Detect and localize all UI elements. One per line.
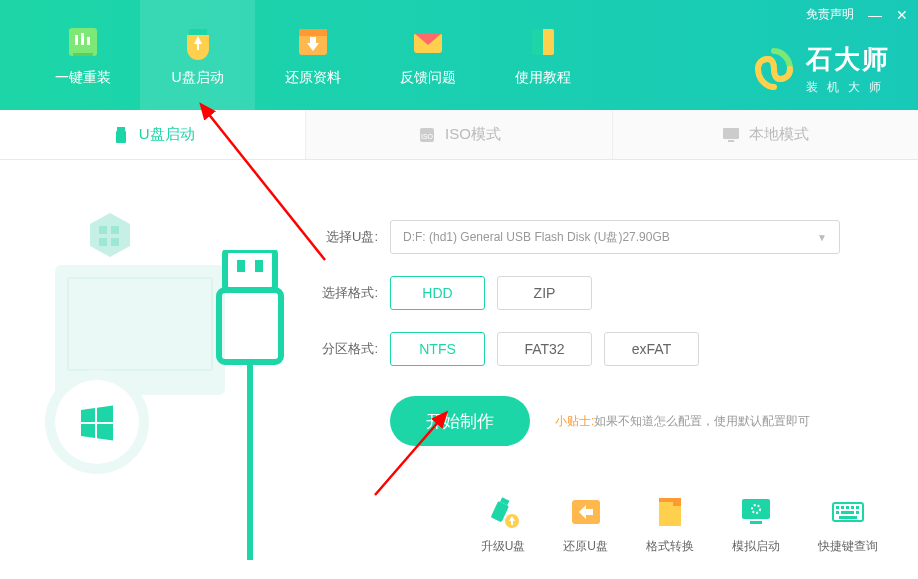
svg-text:ISO: ISO xyxy=(421,133,434,140)
usb-select[interactable]: D:F: (hd1) General USB Flash Disk (U盘)27… xyxy=(390,220,840,254)
nav-restore[interactable]: 还原资料 xyxy=(255,0,370,110)
tab-label: U盘启动 xyxy=(139,125,195,144)
partition-label: 分区格式: xyxy=(315,340,390,358)
nav-reinstall[interactable]: 一键重装 xyxy=(25,0,140,110)
usb-cable-icon xyxy=(205,250,295,560)
tab-local[interactable]: 本地模式 xyxy=(613,110,918,159)
svg-rect-50 xyxy=(856,511,859,514)
tab-label: 本地模式 xyxy=(749,125,809,144)
hint-text: 如果不知道怎么配置，使用默认配置即可 xyxy=(594,414,810,428)
nav-feedback[interactable]: 反馈问题 xyxy=(370,0,485,110)
tabs: U盘启动 ISO ISO模式 本地模式 xyxy=(0,110,918,160)
tool-label: 升级U盘 xyxy=(481,538,526,555)
svg-marker-20 xyxy=(90,213,130,257)
nav-label: 一键重装 xyxy=(55,69,111,87)
hexagon-icon xyxy=(85,210,135,260)
svg-rect-48 xyxy=(836,511,839,514)
close-button[interactable]: ✕ xyxy=(896,8,908,22)
select-usb-label: 选择U盘: xyxy=(315,228,390,246)
illustration-panel xyxy=(0,160,315,579)
tutorial-icon xyxy=(524,23,562,61)
nav-label: U盘启动 xyxy=(171,69,223,87)
monitor-illustration xyxy=(55,265,225,395)
svg-rect-1 xyxy=(75,35,78,45)
tab-iso[interactable]: ISO ISO模式 xyxy=(306,110,612,159)
hint: 小贴士:如果不知道怎么配置，使用默认配置即可 xyxy=(555,413,810,430)
restore-icon xyxy=(294,23,332,61)
nav-tutorial[interactable]: 使用教程 xyxy=(485,0,600,110)
svg-rect-47 xyxy=(856,506,859,509)
tool-label: 模拟启动 xyxy=(732,538,780,555)
tool-label: 快捷键查询 xyxy=(818,538,878,555)
svg-rect-45 xyxy=(846,506,849,509)
svg-rect-24 xyxy=(111,238,119,246)
svg-rect-51 xyxy=(839,516,857,519)
brand: 石大师 装机大师 xyxy=(752,42,890,96)
titlebar: 免责声明 — ✕ xyxy=(806,6,908,23)
svg-rect-39 xyxy=(742,499,770,519)
iso-icon: ISO xyxy=(417,125,437,145)
tab-usb-boot[interactable]: U盘启动 xyxy=(0,110,306,159)
nav-usb-boot[interactable]: U盘启动 xyxy=(140,0,255,110)
format-option-hdd[interactable]: HDD xyxy=(390,276,485,310)
svg-rect-26 xyxy=(237,260,245,272)
svg-rect-5 xyxy=(189,29,207,35)
brand-subtitle: 装机大师 xyxy=(806,79,890,96)
svg-rect-18 xyxy=(723,128,739,139)
tab-label: ISO模式 xyxy=(445,125,501,144)
partition-option-exfat[interactable]: exFAT xyxy=(604,332,699,366)
svg-rect-21 xyxy=(99,226,107,234)
svg-rect-19 xyxy=(728,140,734,142)
svg-rect-14 xyxy=(117,127,125,131)
svg-rect-49 xyxy=(841,511,854,514)
brand-logo-icon xyxy=(752,47,796,91)
footer-tools: 升级U盘 还原U盘 格式转换 模拟启动 快捷键查询 xyxy=(481,494,878,555)
minimize-button[interactable]: — xyxy=(868,8,882,22)
hotkey-icon xyxy=(830,494,866,530)
partition-option-fat32[interactable]: FAT32 xyxy=(497,332,592,366)
hint-label: 小贴士: xyxy=(555,414,594,428)
tool-format-convert[interactable]: 格式转换 xyxy=(646,494,694,555)
simulate-icon xyxy=(738,494,774,530)
svg-rect-27 xyxy=(255,260,263,272)
svg-rect-23 xyxy=(99,238,107,246)
svg-rect-8 xyxy=(299,29,327,36)
tool-upgrade-usb[interactable]: 升级U盘 xyxy=(481,494,526,555)
format-option-zip[interactable]: ZIP xyxy=(497,276,592,310)
monitor-icon xyxy=(721,125,741,145)
svg-rect-25 xyxy=(225,250,275,290)
disclaimer-link[interactable]: 免责声明 xyxy=(806,6,854,23)
tool-restore-usb[interactable]: 还原U盘 xyxy=(563,494,608,555)
nav-label: 反馈问题 xyxy=(400,69,456,87)
windows-icon xyxy=(77,402,117,442)
tool-label: 格式转换 xyxy=(646,538,694,555)
nav-label: 还原资料 xyxy=(285,69,341,87)
partition-option-ntfs[interactable]: NTFS xyxy=(390,332,485,366)
tool-hotkey[interactable]: 快捷键查询 xyxy=(818,494,878,555)
svg-rect-13 xyxy=(532,29,543,55)
format-convert-icon xyxy=(652,494,688,530)
tool-simulate[interactable]: 模拟启动 xyxy=(732,494,780,555)
svg-rect-38 xyxy=(673,498,681,506)
format-label: 选择格式: xyxy=(315,284,390,302)
svg-rect-46 xyxy=(851,506,854,509)
feedback-icon xyxy=(409,23,447,61)
svg-rect-28 xyxy=(219,290,281,362)
svg-rect-43 xyxy=(836,506,839,509)
svg-rect-4 xyxy=(73,53,93,56)
svg-rect-41 xyxy=(750,521,762,524)
reinstall-icon xyxy=(64,23,102,61)
start-button[interactable]: 开始制作 xyxy=(390,396,530,446)
usb-icon xyxy=(111,125,131,145)
usb-select-value: D:F: (hd1) General USB Flash Disk (U盘)27… xyxy=(403,229,670,246)
usb-boot-icon xyxy=(179,23,217,61)
windows-badge xyxy=(55,380,139,464)
svg-rect-15 xyxy=(116,131,126,143)
nav-label: 使用教程 xyxy=(515,69,571,87)
svg-rect-44 xyxy=(841,506,844,509)
restore-usb-icon xyxy=(568,494,604,530)
upgrade-usb-icon xyxy=(485,494,521,530)
header: 一键重装 U盘启动 还原资料 反馈问题 使用教程 免责声明 — ✕ 石大师 装机… xyxy=(0,0,918,110)
chevron-down-icon: ▼ xyxy=(817,232,827,243)
svg-rect-2 xyxy=(81,33,84,45)
